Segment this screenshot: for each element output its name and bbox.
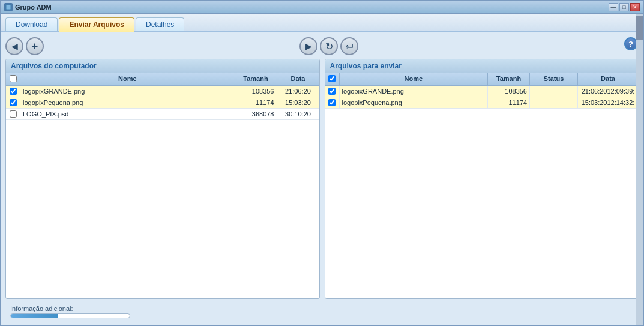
right-table-header: Nome Tamanh Status Data [325, 73, 639, 86]
left-panel: Arquivos do computador Nome Tamanh Data … [5, 59, 320, 299]
left-col-check [6, 73, 20, 85]
right-panel-header: Arquivos para enviar [325, 59, 639, 73]
row-checkbox[interactable] [328, 88, 336, 95]
left-col-nome: Nome [20, 73, 235, 85]
close-button[interactable]: ✕ [630, 3, 640, 11]
row-check [325, 97, 340, 108]
table-row: logopixGRANDE.png 108356 21:06:20 [6, 86, 319, 97]
play-icon: ▶ [305, 41, 312, 51]
left-col-tamanho: Tamanh [235, 73, 277, 85]
row-check [325, 86, 340, 97]
row-checkbox[interactable] [10, 110, 17, 118]
left-table-body: logopixGRANDE.png 108356 21:06:20 logopi… [6, 86, 319, 298]
refresh-icon: ↻ [325, 41, 333, 52]
add-icon: + [32, 40, 38, 53]
bottom-bar: Informação adicional: [5, 303, 639, 321]
table-row: logopixPequena.png 11174 15:03:2012:14:3… [325, 97, 639, 109]
back-icon: ◀ [11, 41, 18, 51]
tab-detalhes[interactable]: Detalhes [136, 17, 184, 31]
left-table-header: Nome Tamanh Data [6, 73, 319, 86]
right-panel: Arquivos para enviar Nome Tamanh Status … [325, 59, 639, 299]
main-content: ◀ + ▶ ↻ 🏷 ? [1, 32, 643, 325]
left-panel-header: Arquivos do computador [6, 59, 319, 73]
right-col-tamanho: Tamanh [488, 73, 530, 85]
toolbar-left: ◀ + [5, 37, 44, 55]
title-bar-left: Grupo ADM [4, 3, 52, 11]
toolbar-right: ▶ ↻ 🏷 [299, 37, 358, 55]
row-status [530, 86, 578, 97]
minimize-button[interactable]: — [609, 3, 618, 11]
tab-enviar[interactable]: Enviar Arquivos [59, 17, 134, 32]
row-name: logopixGRANDE.png [20, 86, 235, 97]
table-row: logopixGRANDE.png 108356 21:06:2012:09:3… [325, 86, 639, 97]
row-check [6, 97, 20, 108]
help-button[interactable]: ? [624, 37, 637, 50]
progress-bar-fill [11, 314, 58, 318]
row-date: 15:03:2012:14:32: [578, 97, 638, 108]
right-col-status: Status [530, 73, 578, 85]
svg-rect-0 [6, 5, 11, 10]
row-size: 108356 [235, 86, 277, 97]
tab-download[interactable]: Download [5, 17, 58, 31]
title-bar: Grupo ADM — □ ✕ [1, 1, 643, 14]
left-col-data: Data [277, 73, 319, 85]
row-name: logopixGRANDE.png [340, 86, 489, 97]
row-checkbox[interactable] [328, 99, 336, 106]
progress-bar [10, 313, 130, 318]
row-size: 368078 [235, 109, 277, 119]
app-icon [4, 3, 13, 11]
right-col-nome: Nome [340, 73, 489, 85]
table-row: logopixPequena.png 11174 15:03:20 [6, 97, 319, 109]
select-all-left[interactable] [10, 75, 17, 82]
back-button[interactable]: ◀ [5, 37, 23, 55]
additional-info-label: Informação adicional: [10, 305, 634, 312]
select-all-right[interactable] [328, 75, 336, 82]
scrollbar[interactable] [636, 14, 643, 325]
add-button[interactable]: + [26, 37, 44, 55]
row-size: 11174 [488, 97, 530, 108]
right-col-check [325, 73, 340, 85]
panels: Arquivos do computador Nome Tamanh Data … [5, 59, 639, 299]
help-icon: ? [628, 40, 633, 49]
row-size: 108356 [488, 86, 530, 97]
refresh-button[interactable]: ↻ [320, 37, 338, 55]
toolbar: ◀ + ▶ ↻ 🏷 ? [5, 37, 639, 55]
row-checkbox[interactable] [10, 99, 17, 106]
row-name: logopixPequena.png [340, 97, 489, 108]
row-date: 21:06:2012:09:39: [578, 86, 638, 97]
row-date: 21:06:20 [277, 86, 319, 97]
row-checkbox[interactable] [10, 88, 17, 95]
scrollbar-thumb[interactable] [636, 16, 643, 40]
row-size: 11174 [235, 97, 277, 108]
main-window: Grupo ADM — □ ✕ Download Enviar Arquivos… [0, 0, 644, 326]
row-name: LOGO_PIX.psd [20, 109, 235, 119]
row-check [6, 86, 20, 97]
window-title: Grupo ADM [15, 4, 52, 11]
tab-bar: Download Enviar Arquivos Detalhes [1, 14, 643, 32]
tag-button[interactable]: 🏷 [340, 37, 358, 55]
window-controls: — □ ✕ [609, 3, 640, 11]
row-date: 30:10:20 [277, 109, 319, 119]
maximize-button[interactable]: □ [619, 3, 629, 11]
row-check [6, 109, 20, 119]
right-table-body: logopixGRANDE.png 108356 21:06:2012:09:3… [325, 86, 639, 298]
play-button[interactable]: ▶ [299, 37, 317, 55]
tag-icon: 🏷 [346, 42, 353, 50]
right-col-data: Data [578, 73, 638, 85]
row-name: logopixPequena.png [20, 97, 235, 108]
table-row: LOGO_PIX.psd 368078 30:10:20 [6, 109, 319, 120]
row-date: 15:03:20 [277, 97, 319, 108]
row-status [530, 97, 578, 108]
